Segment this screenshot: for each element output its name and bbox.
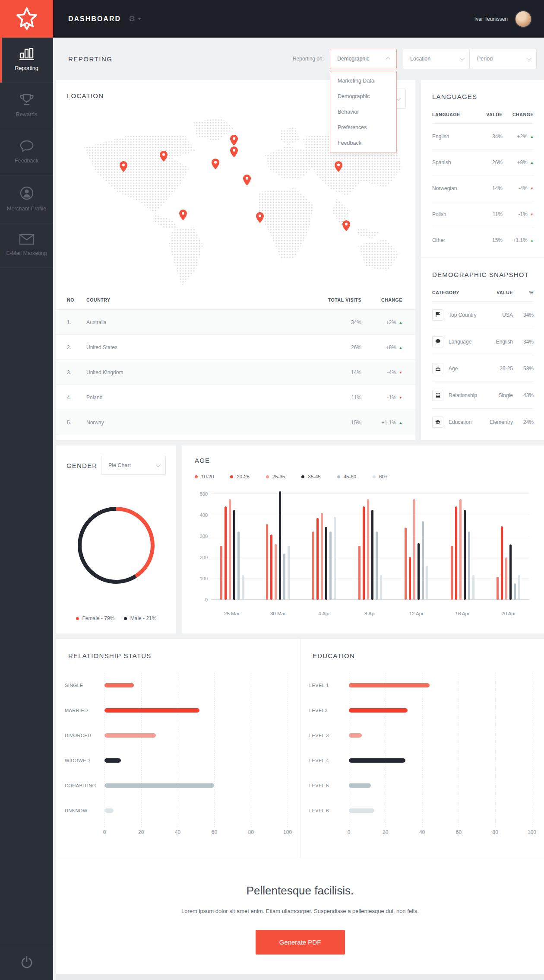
hbar-bar [104, 808, 114, 813]
legend-label: 35-45 [308, 474, 320, 479]
reporting-select-value: Demographic [337, 56, 369, 62]
dropdown-option-feedback[interactable]: Feedback [330, 135, 396, 151]
hbar-row: SINGLE [65, 673, 290, 698]
age-bar [518, 575, 520, 600]
hbar-track [349, 708, 532, 713]
topbar: DASHBOARD ⚙ Ivar Teunissen [0, 0, 544, 38]
table-row: 4.Poland11%-1% ▼ [56, 385, 415, 410]
speech-bubble-icon [19, 140, 34, 153]
age-bar [225, 506, 227, 600]
cell-category: Language [449, 339, 483, 345]
side-column: LANGUAGES LANGUAGE VALUE CHANGE English3… [421, 80, 544, 440]
education-card: EDUCATION LEVEL 1LEVEL2LEVEL 3LEVEL 4LEV… [300, 639, 544, 858]
generate-pdf-button[interactable]: Generate PDF [256, 930, 345, 955]
sidebar: Reporting Rewards Feedback [0, 38, 53, 980]
cell-pct: 34% [513, 339, 534, 345]
hbar-track [104, 683, 288, 687]
hbar-category-label: MARRIED [65, 708, 104, 713]
axis-tick-label: 0 [195, 597, 208, 602]
gender-chart-select[interactable]: Pie Chart [101, 456, 166, 475]
sidebar-item-reporting[interactable]: Reporting [0, 38, 53, 83]
reporting-select[interactable]: Demographic [330, 49, 397, 69]
age-bar [266, 524, 268, 600]
sidebar-item-rewards[interactable]: Rewards [0, 83, 53, 129]
col-header-country: COUNTRY [86, 297, 314, 302]
cell-pct: 24% [513, 419, 534, 425]
table-row: RelationshipSingle43% [432, 382, 534, 409]
hbar-category-label: UNKNOW [65, 808, 104, 813]
settings-control[interactable]: ⚙ [129, 15, 141, 22]
period-select[interactable]: Period [470, 49, 537, 69]
hbar-row: LEVEL 1 [309, 673, 534, 698]
hbar-category-label: WIDOWED [65, 758, 104, 763]
hbar-track [349, 808, 532, 813]
table-row: Norwegian14%-4% ▼ [432, 175, 534, 201]
sidebar-item-label: Reporting [15, 65, 38, 71]
cell-no: 4. [67, 395, 86, 401]
cell-pct: 34% [513, 312, 534, 318]
location-select[interactable]: Location [403, 49, 470, 69]
dropdown-option-preferences[interactable]: Preferences [330, 120, 396, 135]
gender-card: GENDER Pie Chart Female - 79% [56, 445, 176, 633]
hbar-axis: 020406080100 [349, 829, 532, 846]
cell-change: +8% ▲ [503, 159, 534, 165]
hbar-category-label: SINGLE [65, 683, 104, 688]
dropdown-option-marketing-data[interactable]: Marketing Data [330, 73, 396, 89]
hbar-row: COHABITING [65, 773, 290, 798]
sidebar-item-email-marketing[interactable]: E-Mail Marketing [0, 223, 53, 268]
band-hbar-charts: RELATIONSHIP STATUS SINGLEMARRIEDDIVORCE… [56, 639, 544, 858]
axis-tick-label: 20 [383, 829, 388, 835]
avatar[interactable] [515, 10, 532, 28]
cell-change: -4% ▼ [361, 369, 402, 375]
axis-tick-label: 300 [195, 534, 208, 539]
col-header-visits: TOTAL VISITS [314, 297, 361, 302]
sidebar-item-merchant-profile[interactable]: Merchant Profile [0, 175, 53, 223]
age-bar [363, 506, 365, 600]
dropdown-option-behavior[interactable]: Behavior [330, 104, 396, 120]
country-table-body: 1.Australia34%+2% ▲2.United States26%+8%… [56, 310, 415, 435]
legend-dot [76, 617, 79, 620]
gender-title: GENDER [66, 462, 97, 469]
x-axis-label: 20 Apr [501, 611, 516, 616]
hbar-track [349, 758, 532, 763]
age-legend: 10-2020-2525-3535-4545-6060+ [195, 474, 531, 479]
hbar-category-label: LEVEL 5 [309, 783, 349, 788]
dropdown-option-demographic[interactable]: Demographic [330, 89, 396, 104]
age-bar [270, 535, 272, 600]
map-pin-icon [342, 220, 350, 233]
cell-country: Poland [86, 395, 314, 401]
cell-language: Other [432, 237, 476, 243]
age-bar [275, 544, 277, 600]
hbar-category-label: LEVEL 3 [309, 733, 349, 738]
logout-button[interactable] [0, 946, 53, 980]
legend-item: 60+ [373, 474, 388, 479]
hbar-track [104, 758, 288, 763]
hbar-category-label: COHABITING [65, 783, 104, 788]
age-bar [371, 510, 373, 600]
sidebar-item-label: Feedback [15, 158, 38, 164]
relationship-bar-chart: SINGLEMARRIEDDIVORCEDWIDOWEDCOHABITINGUN… [65, 673, 290, 846]
cell-visits: 14% [314, 369, 361, 375]
axis-tick-label: 60 [456, 829, 462, 835]
axis-tick-label: 40 [175, 829, 180, 835]
hbar-track [104, 783, 288, 788]
age-groups: 25 Mar30 Mar4 Apr8 Apr12 Apr16 Apr20 Apr [211, 494, 529, 600]
sidebar-item-feedback[interactable]: Feedback [0, 129, 53, 175]
legend-item: 10-20 [195, 474, 214, 479]
age-bar [459, 499, 462, 600]
legend-item: 20-25 [230, 474, 249, 479]
page-title: REPORTING [68, 55, 112, 63]
axis-tick-label: 0 [348, 829, 351, 835]
axis-tick-label: 500 [195, 491, 208, 496]
map-pin-icon [160, 151, 168, 163]
footer-text: Lorem ipsum dolor sit amet enim. Etiam u… [65, 908, 535, 914]
table-row: Polish11%-1% ▼ [432, 201, 534, 227]
age-bar [422, 521, 424, 600]
table-row: LanguageEnglish34% [432, 328, 534, 355]
languages-title: LANGUAGES [432, 93, 477, 100]
col-header-no: NO [67, 297, 86, 302]
cell-pct: 43% [513, 392, 534, 398]
app-logo[interactable] [0, 0, 53, 38]
snapshot-title: DEMOGRAPHIC SNAPSHOT [432, 271, 529, 278]
cell-visits: 11% [314, 395, 361, 401]
